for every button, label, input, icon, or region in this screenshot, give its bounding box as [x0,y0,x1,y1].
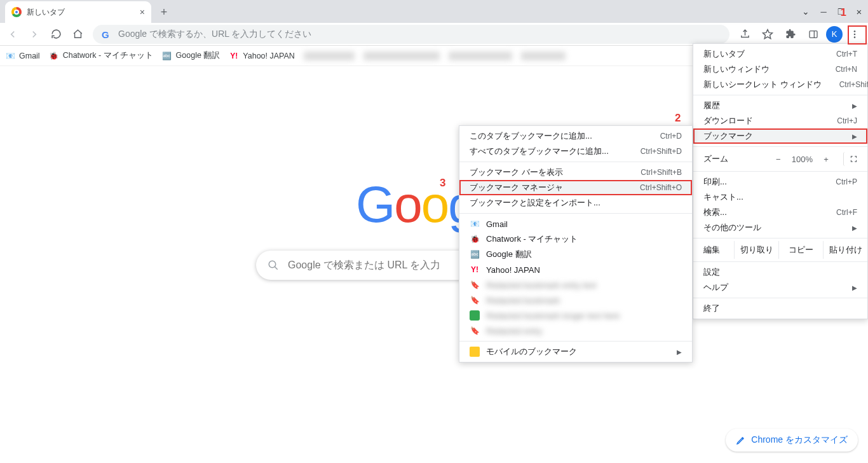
menu-settings[interactable]: 設定 [693,265,867,280]
bookmark-gmail[interactable]: 📧Gmail [5,51,40,61]
bookmark-chatwork[interactable]: 🐞Chatwork - マイチャット [49,50,153,61]
chrome-icon [11,7,22,17]
submenu-bookmark-redacted[interactable]: Redacted bookmark longer text here [459,308,692,323]
back-button[interactable] [3,24,23,45]
translate-icon: 🔤 [162,51,172,61]
svg-line-6 [275,266,278,270]
bookmarks-submenu: このタブをブックマークに追加...Ctrl+D すべてのタブをブックマークに追加… [459,125,693,363]
folder-icon [470,347,480,357]
menu-cast[interactable]: キャスト... [693,190,867,205]
close-window-button[interactable]: × [850,3,868,20]
tab-search-icon[interactable]: ⌄ [797,3,815,20]
chevron-right-icon: ▶ [852,284,857,291]
menu-history[interactable]: 履歴▶ [693,98,867,113]
chevron-right-icon: ▶ [852,225,857,232]
bookmark-google-translate[interactable]: 🔤Google 翻訳 [162,50,220,61]
gmail-icon: 📧 [5,51,15,61]
submenu-bookmark-gmail[interactable]: 📧Gmail [459,216,692,232]
bookmark-star-icon[interactable] [757,24,778,45]
menu-edit: 編集 切り取り コピー 貼り付け [693,241,867,259]
svg-point-4 [854,36,856,38]
menu-exit[interactable]: 終了 [693,301,867,316]
menu-cut[interactable]: 切り取り [735,241,779,259]
google-g-icon: G [102,29,112,39]
search-icon [268,259,279,271]
chevron-right-icon: ▶ [852,102,857,109]
menu-incognito[interactable]: 新しいシークレット ウィンドウCtrl+Shift+N [693,77,867,92]
menu-find[interactable]: 検索...Ctrl+F [693,205,867,220]
menu-zoom: ズーム − 100% + [693,149,867,169]
zoom-out-button[interactable]: − [771,152,785,166]
bookmark-yahoo-japan[interactable]: Y!Yahoo! JAPAN [229,51,295,61]
submenu-bookmark-all-tabs[interactable]: すべてのタブをブックマークに追加...Ctrl+Shift+D [459,144,692,159]
gmail-icon: 📧 [470,219,480,229]
bookmark-redacted[interactable] [449,52,512,60]
menu-paste[interactable]: 貼り付け [824,241,867,259]
tab-title: 新しいタブ [27,7,65,18]
menu-copy[interactable]: コピー [779,241,824,259]
main-menu: 新しいタブCtrl+T 新しいウィンドウCtrl+N 新しいシークレット ウィン… [693,43,868,319]
home-button[interactable] [67,24,88,45]
menu-more-tools[interactable]: その他のツール▶ [693,220,867,235]
chatwork-icon: 🐞 [470,234,480,244]
zoom-in-button[interactable]: + [819,152,833,166]
submenu-import-bookmarks[interactable]: ブックマークと設定をインポート... [459,195,692,211]
menu-help[interactable]: ヘルプ▶ [693,280,867,295]
chevron-right-icon: ▶ [852,133,857,140]
address-placeholder: Google で検索するか、URL を入力してください [118,29,311,40]
annotation-number-1: 1 [841,6,846,19]
menu-new-window[interactable]: 新しいウィンドウCtrl+N [693,62,867,77]
menu-bookmarks[interactable]: ブックマーク▶ [693,128,867,144]
bookmark-redacted[interactable] [304,52,355,60]
bookmark-redacted[interactable] [521,52,566,60]
svg-point-3 [854,33,856,35]
bookmark-redacted[interactable] [363,52,440,60]
submenu-mobile-bookmarks[interactable]: モバイルのブックマーク▶ [459,344,692,359]
annotation-number-2: 2 [675,112,681,125]
submenu-bookmark-chatwork[interactable]: 🐞Chatwork - マイチャット [459,232,692,247]
new-tab-button[interactable]: + [155,3,173,21]
fullscreen-button[interactable] [843,152,857,166]
chevron-right-icon: ▶ [677,349,682,356]
minimize-button[interactable]: ─ [815,3,832,20]
svg-point-5 [269,261,276,268]
yahoo-icon: Y! [229,51,239,61]
menu-new-tab[interactable]: 新しいタブCtrl+T [693,46,867,62]
translate-icon: 🔤 [470,249,480,259]
annotation-number-3: 3 [440,177,445,190]
submenu-bookmark-redacted[interactable]: 🔖Redacted bookmark entry text [459,277,692,293]
forward-button[interactable] [24,24,44,45]
share-icon[interactable] [735,24,755,45]
profile-avatar[interactable]: K [826,26,843,43]
customize-chrome-button[interactable]: Chrome をカスタマイズ [726,429,858,452]
yahoo-icon: Y! [470,265,480,275]
svg-point-2 [854,31,856,32]
menu-downloads[interactable]: ダウンロードCtrl+J [693,113,867,128]
submenu-bookmark-this-tab[interactable]: このタブをブックマークに追加...Ctrl+D [459,128,692,144]
submenu-bookmark-redacted[interactable]: 🔖Redacted bookmark [459,293,692,308]
sidepanel-icon[interactable] [803,24,824,45]
menu-print[interactable]: 印刷...Ctrl+P [693,174,867,190]
main-menu-button[interactable] [845,25,864,44]
submenu-bookmark-google-translate[interactable]: 🔤Google 翻訳 [459,247,692,262]
svg-rect-0 [810,31,817,38]
reload-button[interactable] [46,24,66,45]
extensions-icon[interactable] [780,24,801,45]
browser-tab[interactable]: 新しいタブ × [5,1,151,23]
submenu-bookmark-redacted[interactable]: 🔖Redacted entry [459,323,692,338]
chatwork-icon: 🐞 [49,51,59,61]
tab-close-icon[interactable]: × [140,7,145,17]
zoom-value: 100% [792,155,813,164]
address-bar[interactable]: G Google で検索するか、URL を入力してください [93,25,729,44]
submenu-show-bookmark-bar[interactable]: ブックマーク バーを表示Ctrl+Shift+B [459,165,692,180]
pencil-icon [736,435,746,445]
submenu-bookmark-manager[interactable]: ブックマーク マネージャCtrl+Shift+O [459,180,692,195]
submenu-bookmark-yahoo-japan[interactable]: Y!Yahoo! JAPAN [459,262,692,277]
